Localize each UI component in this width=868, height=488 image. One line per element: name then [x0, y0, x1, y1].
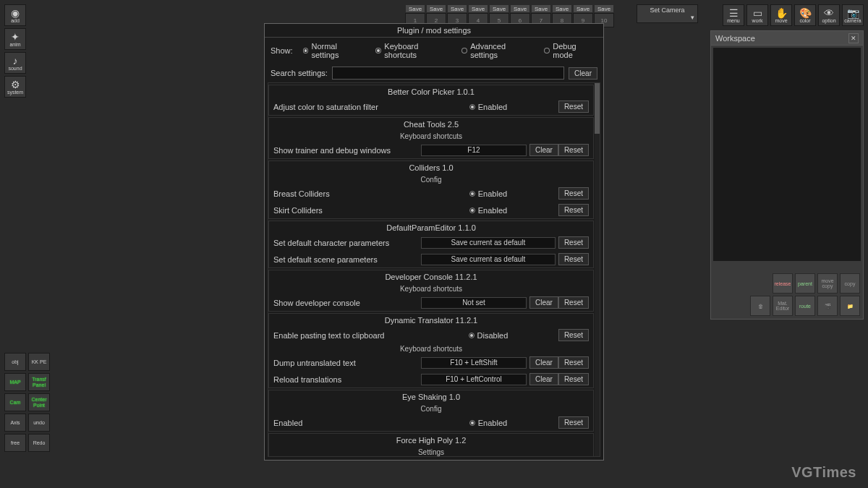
free-btn[interactable]: free [4, 434, 26, 452]
toggle-value[interactable]: Enabled [418, 103, 558, 111]
movecopy-btn[interactable]: move copy [817, 273, 838, 294]
reset-button[interactable]: Reset [558, 187, 589, 200]
parent-btn[interactable]: parent [795, 273, 815, 294]
camera-tool[interactable]: 📷camera [842, 4, 864, 26]
reset-button[interactable]: Reset [558, 356, 589, 369]
work-tool[interactable]: ▭work [746, 4, 768, 26]
route-btn[interactable]: route [795, 296, 815, 316]
reset-button[interactable]: Reset [558, 253, 589, 265]
scroll-thumb[interactable] [595, 83, 600, 134]
mat-editor-btn[interactable]: Mat. Editor [773, 296, 793, 316]
clear-search-button[interactable]: Clear [569, 67, 597, 80]
redo-btn[interactable]: Redo [28, 434, 50, 452]
setting-row: Breast CollidersEnabledReset [269, 185, 593, 202]
sound-tool-icon: ♪ [13, 56, 18, 66]
axis-btn[interactable]: Axis [4, 414, 26, 432]
reset-button[interactable]: Reset [558, 416, 589, 429]
show-label: Show: [271, 46, 293, 55]
section-title: Developer Console 11.2.1 [269, 270, 593, 283]
value-field[interactable]: F10 + LeftControl [421, 374, 527, 385]
sound-tool[interactable]: ♪sound [4, 52, 26, 74]
mode-debug[interactable]: Debug mode [544, 42, 597, 59]
clear-button[interactable]: Clear [529, 296, 558, 309]
clear-button[interactable]: Clear [529, 356, 558, 369]
reset-button[interactable]: Reset [558, 296, 589, 309]
save-button-5[interactable]: Save [489, 4, 509, 13]
section-title: Dynamic Translator 11.2.1 [269, 314, 593, 327]
dialog-body: Better Color Picker 1.0.1Adjust color to… [268, 82, 600, 457]
system-tool[interactable]: ⚙system [4, 76, 26, 98]
search-input[interactable] [332, 67, 564, 80]
color-tool-icon: 🎨 [799, 8, 812, 18]
watermark: VGTimes [791, 464, 856, 481]
radio-icon [469, 333, 475, 338]
reset-button[interactable]: Reset [558, 144, 589, 156]
bottom-left-grid: objKK PEMAPTransf PanelCamCenter PointAx… [4, 353, 50, 452]
folder-btn[interactable]: 📁 [840, 296, 860, 316]
set-camera-label: Set Camera [650, 7, 684, 14]
mode-shortcuts[interactable]: Keyboard shortcuts [375, 42, 451, 59]
save-button-2[interactable]: Save [426, 4, 446, 13]
cam-btn[interactable]: Cam [4, 393, 26, 411]
mode-normal[interactable]: Normal settings [303, 42, 366, 59]
save-button-10[interactable]: Save [594, 4, 614, 13]
option-tool[interactable]: 👁option [818, 4, 840, 26]
workspace-scrollbar[interactable] [713, 263, 861, 270]
save-button-1[interactable]: Save [405, 4, 425, 13]
reset-button[interactable]: Reset [558, 100, 589, 113]
save-button-3[interactable]: Save [447, 4, 467, 13]
add-tool-label: add [11, 18, 20, 23]
save-button-6[interactable]: Save [510, 4, 530, 13]
camera-ws-btn[interactable]: 🎬 [817, 296, 838, 316]
set-camera-dropdown[interactable]: Set Camera ▾ [637, 4, 698, 23]
clear-button[interactable]: Clear [529, 144, 558, 156]
save-button-9[interactable]: Save [573, 4, 593, 13]
close-icon[interactable]: ✕ [848, 33, 859, 43]
save-button-7[interactable]: Save [531, 4, 551, 13]
setting-row: EnabledEnabledReset [269, 414, 593, 431]
toggle-value[interactable]: Disabled [418, 331, 558, 340]
transparent-btn[interactable]: Transf Panel [28, 373, 50, 391]
value-field[interactable]: F12 [421, 145, 527, 156]
radio-icon [469, 191, 475, 197]
undo-btn[interactable]: undo [28, 414, 50, 432]
work-tool-icon: ▭ [753, 8, 762, 18]
value-field[interactable]: Save current as default [421, 254, 556, 265]
reset-button[interactable]: Reset [558, 329, 589, 341]
mode-advanced[interactable]: Advanced settings [461, 42, 534, 59]
search-label: Search settings: [271, 69, 328, 77]
workspace-tools: releaseparentmove copycopy 🗑Mat. Editorr… [711, 270, 863, 319]
setting-row: Adjust color to saturation filterEnabled… [269, 98, 593, 115]
toggle-value[interactable]: Enabled [418, 419, 558, 427]
color-tool[interactable]: 🎨color [794, 4, 816, 26]
center-btn[interactable]: Center Point [28, 393, 50, 411]
reset-button[interactable]: Reset [558, 204, 589, 216]
kkpe-btn[interactable]: KK PE [28, 353, 50, 371]
toggle-value[interactable]: Enabled [418, 189, 558, 198]
value-field[interactable]: F10 + LeftShift [421, 357, 527, 369]
copy-btn[interactable]: copy [840, 273, 860, 294]
save-button-4[interactable]: Save [468, 4, 488, 13]
reset-button[interactable]: Reset [558, 373, 589, 385]
toggle-value[interactable]: Enabled [418, 206, 558, 215]
value-field[interactable]: Not set [421, 297, 527, 309]
move-tool[interactable]: ✋move [770, 4, 792, 26]
section-title: Colliders 1.0 [269, 161, 593, 174]
release-btn[interactable]: release [773, 273, 793, 294]
value-field[interactable]: Save current as default [421, 237, 556, 249]
section-title: Cheat Tools 2.5 [269, 118, 593, 131]
section-title: Force High Poly 1.2 [269, 434, 593, 447]
delete-btn[interactable]: 🗑 [750, 296, 770, 316]
clear-button[interactable]: Clear [529, 373, 558, 385]
add-tool[interactable]: ◉add [4, 4, 26, 26]
reset-button[interactable]: Reset [558, 236, 589, 249]
setting-label: Dump untranslated text [273, 359, 418, 367]
save-button-8[interactable]: Save [552, 4, 572, 13]
scrollbar[interactable] [595, 83, 600, 456]
menu-tool[interactable]: ☰menu [723, 4, 744, 26]
anim-tool[interactable]: ✦anim [4, 28, 26, 50]
map-btn[interactable]: MAP [4, 373, 26, 391]
obj-btn[interactable]: obj [4, 353, 26, 371]
anim-tool-label: anim [9, 42, 20, 47]
section: Colliders 1.0ConfigBreast CollidersEnabl… [268, 160, 594, 219]
